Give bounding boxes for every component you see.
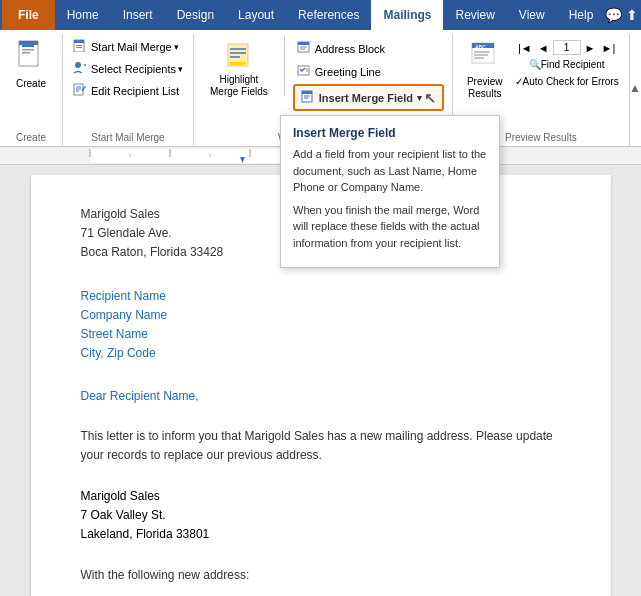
cursor-icon: ↖ xyxy=(424,90,436,106)
svg-point-9 xyxy=(75,62,81,68)
new-addr-line1: Marigold Sales xyxy=(81,487,561,506)
merge-field-3[interactable]: City, Zip Code xyxy=(81,344,561,363)
group-start-mail-merge: Start Mail Merge ▾ Select Recipients ▾ E… xyxy=(63,34,194,146)
merge-field-2[interactable]: Street Name xyxy=(81,325,561,344)
merge-fields-block: Recipient Name Company Name Street Name … xyxy=(81,287,561,364)
tab-help-label: Help xyxy=(569,8,594,22)
select-recipients-arrow: ▾ xyxy=(178,64,183,74)
highlight-merge-fields-label: HighlightMerge Fields xyxy=(210,74,268,98)
tab-help[interactable]: Help xyxy=(557,0,606,30)
svg-rect-23 xyxy=(298,42,309,45)
tooltip-title: Insert Merge Field xyxy=(293,126,487,140)
find-recipient-button[interactable]: 🔍 Find Recipient xyxy=(525,57,609,72)
first-record-button[interactable]: |◄ xyxy=(516,41,534,55)
highlight-icon xyxy=(225,40,253,74)
find-recipient-icon: 🔍 xyxy=(529,59,541,70)
svg-rect-8 xyxy=(76,47,82,48)
tab-file-label: File xyxy=(18,8,39,22)
tab-insert-label: Insert xyxy=(123,8,153,22)
group-create: Create Create xyxy=(0,34,63,146)
tab-mailings-label: Mailings xyxy=(383,8,431,22)
greeting-line-label: Greeting Line xyxy=(315,66,381,78)
start-mail-merge-arrow: ▾ xyxy=(174,42,179,52)
svg-rect-7 xyxy=(76,45,82,46)
tab-layout[interactable]: Layout xyxy=(226,0,286,30)
tab-view[interactable]: View xyxy=(507,0,557,30)
auto-check-label: Auto Check for Errors xyxy=(523,76,619,87)
tab-review-label: Review xyxy=(455,8,494,22)
spacer2 xyxy=(81,371,561,379)
svg-rect-3 xyxy=(22,52,30,54)
select-recipients-button[interactable]: Select Recipients ▾ xyxy=(69,58,187,79)
new-address-block: Marigold Sales 7 Oak Valley St. Lakeland… xyxy=(81,487,561,545)
svg-rect-21 xyxy=(230,62,246,65)
create-button[interactable]: Create xyxy=(6,36,56,94)
spacer1 xyxy=(81,271,561,279)
spacer4 xyxy=(81,471,561,479)
edit-recipient-list-icon xyxy=(73,82,87,99)
insert-merge-field-button[interactable]: Insert Merge Field ▾ ↖ xyxy=(293,84,444,111)
salutation: Dear Recipient Name, xyxy=(81,387,561,406)
merge-field-1[interactable]: Company Name xyxy=(81,306,561,325)
spacer5 xyxy=(81,552,561,560)
highlight-merge-fields-button[interactable]: HighlightMerge Fields xyxy=(202,36,276,102)
insert-merge-field-icon xyxy=(301,89,315,106)
tab-layout-label: Layout xyxy=(238,8,274,22)
preview-results-label: PreviewResults xyxy=(467,76,503,100)
tab-references-label: References xyxy=(298,8,359,22)
svg-rect-6 xyxy=(74,40,84,43)
tab-review[interactable]: Review xyxy=(443,0,506,30)
ribbon-body: Create Create Start Mail Merge ▾ Se xyxy=(0,30,641,147)
start-mail-merge-button[interactable]: Start Mail Merge ▾ xyxy=(69,36,187,57)
tooltip-text1: Add a field from your recipient list to … xyxy=(293,146,487,196)
spacer3 xyxy=(81,415,561,421)
tab-file[interactable]: File xyxy=(2,0,55,30)
merge-field-0[interactable]: Recipient Name xyxy=(81,287,561,306)
spacer6 xyxy=(81,592,561,596)
tooltip-popup: Insert Merge Field Add a field from your… xyxy=(280,115,500,268)
address-block-label: Address Block xyxy=(315,43,385,55)
new-addr-line3: Lakeland, Florida 33801 xyxy=(81,525,561,544)
tab-mailings[interactable]: Mailings xyxy=(371,0,443,30)
share-icon[interactable]: ⬆ xyxy=(626,7,638,23)
ribbon-tabs: File Home Insert Design Layout Reference… xyxy=(0,0,641,30)
tab-design-label: Design xyxy=(177,8,214,22)
group-divider xyxy=(284,36,285,96)
tab-view-label: View xyxy=(519,8,545,22)
tab-references[interactable]: References xyxy=(286,0,371,30)
record-number[interactable]: 1 xyxy=(553,40,581,55)
svg-rect-2 xyxy=(22,49,34,51)
auto-check-button[interactable]: ✓ Auto Check for Errors xyxy=(511,74,623,89)
insert-merge-field-label: Insert Merge Field xyxy=(319,92,413,104)
mail-merge-buttons: Start Mail Merge ▾ Select Recipients ▾ E… xyxy=(69,36,187,101)
select-recipients-label: Select Recipients xyxy=(91,63,176,75)
start-mail-merge-label: Start Mail Merge xyxy=(91,41,172,53)
prev-record-button[interactable]: ◄ xyxy=(536,41,551,55)
find-recipient-label: Find Recipient xyxy=(541,59,605,70)
svg-rect-1 xyxy=(22,45,34,47)
address-block-icon xyxy=(297,40,311,57)
last-record-button[interactable]: ►| xyxy=(600,41,618,55)
comments-icon[interactable]: 💬 xyxy=(605,7,622,23)
body-paragraph-2: With the following new address: xyxy=(81,566,561,585)
tab-home[interactable]: Home xyxy=(55,0,111,30)
group-finish-label: Finish xyxy=(636,130,641,146)
body-paragraph-1: This letter is to inform you that Marigo… xyxy=(81,427,561,465)
tab-insert[interactable]: Insert xyxy=(111,0,165,30)
preview-results-button[interactable]: ABC PreviewResults xyxy=(459,36,511,104)
select-recipients-icon xyxy=(73,60,87,77)
address-block-button[interactable]: Address Block xyxy=(293,38,444,59)
start-mail-merge-icon xyxy=(73,38,87,55)
greeting-line-button[interactable]: Greeting Line xyxy=(293,61,444,82)
greeting-line-icon xyxy=(297,63,311,80)
ribbon-collapse-button[interactable]: ▲ xyxy=(629,81,641,95)
insert-merge-field-arrow[interactable]: ▾ xyxy=(417,93,422,103)
next-record-button[interactable]: ► xyxy=(583,41,598,55)
edit-recipient-list-label: Edit Recipient List xyxy=(91,85,179,97)
create-label: Create xyxy=(16,78,46,90)
edit-recipient-list-button[interactable]: Edit Recipient List xyxy=(69,80,187,101)
create-icon xyxy=(16,40,46,76)
auto-check-icon: ✓ xyxy=(515,76,523,87)
tab-design[interactable]: Design xyxy=(165,0,226,30)
svg-rect-4 xyxy=(19,41,38,45)
